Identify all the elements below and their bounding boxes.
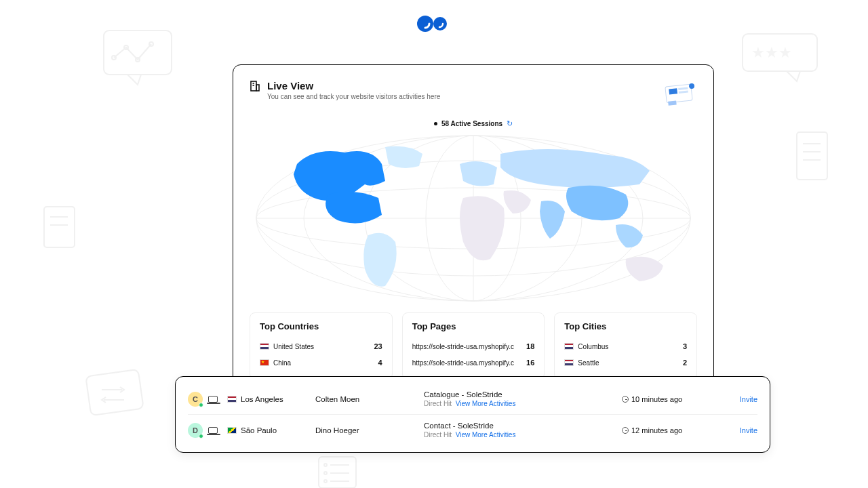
flag-icon-us: [260, 343, 269, 350]
flag-icon-us: [227, 396, 237, 403]
doodle-stars-bubble: ★★★: [739, 30, 821, 85]
world-map: [250, 134, 697, 303]
online-indicator-icon: [199, 403, 203, 407]
laptop-icon: [208, 396, 218, 403]
invite-button[interactable]: Invite: [740, 395, 757, 403]
visitor-location: São Paulo: [227, 426, 315, 434]
visitor-row: C Los Angeles Colten Moen Catalogue - So…: [188, 384, 757, 414]
visitor-page: Catalogue - SoleStride Direct Hit View M…: [424, 390, 622, 407]
doodle-arrows-bubble: [85, 369, 146, 424]
online-indicator-icon: [199, 434, 203, 439]
live-view-title: Live View: [267, 80, 656, 92]
doodle-chart-bubble: [100, 27, 175, 88]
svg-rect-11: [44, 207, 75, 247]
country-row: China 4: [260, 354, 382, 371]
top-pages-panel: Top Pages https://sole-stride-usa.myshop…: [402, 312, 545, 380]
visitor-name: Dino Hoeger: [315, 426, 424, 434]
top-pages-heading: Top Pages: [412, 321, 535, 331]
sessions-refresh-icon[interactable]: ↻: [507, 119, 513, 128]
svg-point-32: [689, 83, 694, 89]
flag-icon-us: [564, 343, 574, 350]
building-icon: [250, 80, 260, 95]
svg-rect-7: [797, 132, 827, 180]
top-countries-heading: Top Countries: [260, 321, 382, 331]
flag-icon-cn: [260, 359, 269, 366]
svg-point-18: [324, 472, 327, 474]
flag-icon-br: [227, 427, 237, 434]
svg-point-22: [417, 16, 433, 32]
city-row: Seattle 2: [564, 354, 687, 371]
page-row: https://sole-stride-usa.myshopify.com/ 1…: [412, 354, 535, 371]
invite-button[interactable]: Invite: [740, 426, 757, 434]
active-sessions-label: 58 Active Sessions: [441, 120, 502, 127]
city-row: Columbus 3: [564, 338, 687, 354]
active-sessions-bar: 58 Active Sessions ↻: [250, 119, 697, 128]
svg-rect-33: [668, 100, 677, 105]
svg-rect-24: [251, 81, 256, 91]
svg-text:★★★: ★★★: [751, 44, 792, 61]
svg-point-23: [433, 17, 447, 30]
brand-logo: [417, 15, 451, 33]
svg-point-16: [324, 464, 327, 466]
svg-rect-0: [104, 30, 172, 75]
top-countries-panel: Top Countries United States 23 China 4: [250, 312, 393, 380]
page-row: https://sole-stride-usa.myshopify.com/p……: [412, 338, 535, 354]
visitor-avatar: C: [188, 392, 203, 407]
clock-icon: [622, 396, 629, 403]
svg-point-20: [324, 480, 327, 483]
device-icon-cell: [203, 427, 227, 434]
flag-icon-us: [564, 359, 574, 366]
live-view-subtitle: You can see and track your website visit…: [267, 93, 656, 100]
visitor-name: Colten Moen: [315, 395, 424, 403]
svg-rect-14: [85, 369, 143, 415]
doodle-doc-2: [41, 203, 78, 254]
country-row: United States 23: [260, 338, 382, 354]
doodle-doc: [793, 129, 831, 186]
view-more-activities-link[interactable]: View More Activities: [456, 431, 516, 439]
dashboard-illustration: [663, 80, 697, 110]
svg-rect-29: [669, 88, 677, 94]
visitor-avatar: D: [188, 423, 203, 438]
top-cities-panel: Top Cities Columbus 3 Seattle 2: [554, 312, 697, 380]
doodle-list: [315, 455, 359, 488]
laptop-icon: [208, 427, 218, 434]
dot-icon: [434, 122, 437, 125]
svg-rect-25: [256, 85, 259, 91]
visitor-time: 10 minutes ago: [622, 395, 724, 403]
visitor-page: Contact - SoleStride Direct Hit View Mor…: [424, 422, 622, 439]
visitor-row: D São Paulo Dino Hoeger Contact - SoleSt…: [188, 414, 757, 445]
clock-icon: [622, 427, 629, 434]
device-icon-cell: [203, 396, 227, 403]
view-more-activities-link[interactable]: View More Activities: [456, 400, 516, 407]
top-cities-heading: Top Cities: [564, 321, 687, 331]
visitors-list-card: C Los Angeles Colten Moen Catalogue - So…: [175, 376, 770, 453]
visitor-location: Los Angeles: [227, 395, 315, 403]
visitor-time: 12 minutes ago: [622, 426, 724, 434]
